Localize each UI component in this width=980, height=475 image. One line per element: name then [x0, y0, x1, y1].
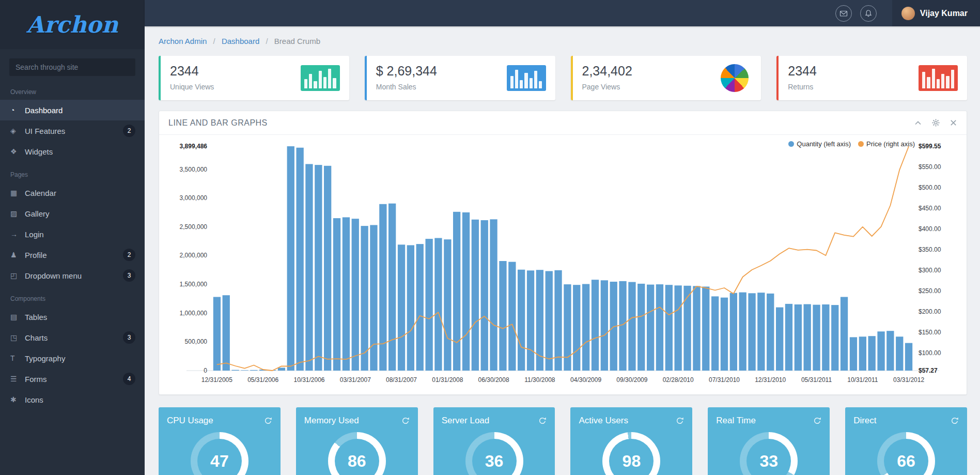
- content: Archon Admin / Dashboard / Bread Crumb 2…: [145, 26, 980, 475]
- breadcrumb-separator: /: [213, 37, 215, 45]
- svg-text:10/31/2011: 10/31/2011: [847, 376, 878, 384]
- sidebar-item-dashboard[interactable]: ◔ Dashboard: [0, 100, 145, 120]
- chart-legend: Quantity (left axis) Price (right axis): [788, 140, 915, 148]
- refresh-button[interactable]: [264, 417, 272, 425]
- sidebar-item-login[interactable]: → Login: [0, 224, 145, 244]
- legend-item-quantity[interactable]: Quantity (left axis): [788, 140, 851, 148]
- badge: 4: [123, 373, 135, 385]
- profile-icon: ♟: [10, 251, 25, 259]
- close-button[interactable]: [950, 118, 957, 127]
- dashboard-icon: ◔: [10, 106, 25, 114]
- refresh-button[interactable]: [813, 417, 821, 425]
- refresh-button[interactable]: [538, 417, 547, 425]
- svg-text:$200.00: $200.00: [919, 308, 941, 315]
- mail-button[interactable]: [835, 5, 852, 22]
- sidebar-item-label: Dropdown menu: [25, 271, 82, 280]
- sidebar-item-label: Dashboard: [25, 106, 63, 115]
- bell-icon: [864, 9, 873, 18]
- svg-text:3,899,486: 3,899,486: [180, 143, 208, 150]
- sidebar-item-dropdown-menu[interactable]: ◰ Dropdown menu 3: [0, 265, 145, 286]
- gauge-value: 33: [746, 439, 791, 475]
- sidebar-item-gallery[interactable]: ▨ Gallery: [0, 203, 145, 224]
- sidebar: Archon Overview ◔ Dashboard ◈ UI Feature…: [0, 0, 145, 475]
- svg-text:02/28/2010: 02/28/2010: [663, 376, 694, 384]
- svg-text:05/31/2006: 05/31/2006: [247, 376, 278, 384]
- svg-text:08/31/2007: 08/31/2007: [386, 376, 417, 384]
- svg-text:$300.00: $300.00: [919, 267, 941, 274]
- line-bar-graphs-panel: LINE AND BAR GRAPHS: [159, 111, 967, 395]
- pie-chart-icon: [721, 64, 749, 92]
- breadcrumb-link-archon-admin[interactable]: Archon Admin: [159, 37, 207, 45]
- svg-text:$150.00: $150.00: [919, 329, 941, 336]
- close-icon: [950, 119, 957, 127]
- gauge-value: 36: [472, 439, 517, 475]
- svg-text:0: 0: [204, 367, 207, 374]
- sidebar-item-forms[interactable]: ☰ Forms 4: [0, 369, 145, 389]
- chevron-up-icon: [914, 119, 922, 127]
- sidebar-item-charts[interactable]: ◳ Charts 3: [0, 327, 145, 348]
- collapse-button[interactable]: [914, 118, 922, 127]
- widgets-icon: ❖: [10, 147, 25, 156]
- sidebar-item-typography[interactable]: T Typography: [0, 348, 145, 369]
- typography-icon: T: [10, 354, 25, 362]
- svg-text:$599.55: $599.55: [919, 143, 941, 150]
- legend-dot-price: [858, 141, 864, 147]
- topbar: Vijay Kumar: [145, 0, 980, 26]
- refresh-button[interactable]: [951, 417, 959, 425]
- legend-dot-quantity: [788, 141, 794, 147]
- svg-text:$500.00: $500.00: [919, 184, 941, 191]
- sidebar-item-icons[interactable]: ✱ Icons: [0, 389, 145, 410]
- chart-area: Quantity (left axis) Price (right axis) …: [159, 135, 967, 394]
- legend-item-price[interactable]: Price (right axis): [858, 140, 915, 148]
- sidebar-item-label: UI Features: [25, 127, 65, 135]
- svg-text:12/31/2010: 12/31/2010: [755, 376, 786, 384]
- refresh-button[interactable]: [401, 417, 410, 425]
- settings-button[interactable]: [931, 118, 940, 127]
- widget-direct: Direct 66: [845, 407, 967, 475]
- search-input[interactable]: [9, 58, 135, 76]
- refresh-icon: [538, 417, 547, 425]
- stat-card-returns: 2344 Returns: [776, 56, 967, 100]
- gauge-value: 66: [884, 439, 928, 475]
- forms-icon: ☰: [10, 375, 25, 383]
- widget-title: Real Time: [716, 416, 756, 426]
- gauge-value: 47: [197, 439, 242, 475]
- sidebar-item-ui-features[interactable]: ◈ UI Features 2: [0, 120, 145, 141]
- mail-icon: [839, 9, 848, 18]
- brand-logo[interactable]: Archon: [26, 11, 118, 38]
- user-menu[interactable]: Vijay Kumar: [892, 0, 980, 26]
- sidebar-item-label: Typography: [25, 354, 65, 363]
- stat-card-row: 2344 Unique Views $ 2,69,344 Month Sales…: [159, 56, 967, 100]
- panel-header: LINE AND BAR GRAPHS: [159, 111, 967, 135]
- sidebar-item-label: Icons: [25, 395, 43, 404]
- gear-icon: [931, 118, 940, 127]
- svg-text:3,500,000: 3,500,000: [180, 166, 208, 173]
- gauge-donut: 36: [465, 432, 523, 475]
- sidebar-item-profile[interactable]: ♟ Profile 2: [0, 244, 145, 265]
- svg-text:1,500,000: 1,500,000: [180, 281, 208, 288]
- widget-title: Active Users: [579, 416, 628, 426]
- bar-chart-icon: [507, 65, 546, 91]
- sidebar-item-widgets[interactable]: ❖ Widgets: [0, 141, 145, 162]
- svg-text:03/31/2007: 03/31/2007: [340, 376, 371, 384]
- refresh-button[interactable]: [676, 417, 684, 425]
- sidebar-item-label: Tables: [25, 313, 47, 321]
- svg-text:$100.00: $100.00: [919, 349, 941, 357]
- svg-text:09/30/2009: 09/30/2009: [616, 376, 647, 384]
- widget-active-users: Active Users 98: [570, 407, 692, 475]
- svg-text:$400.00: $400.00: [919, 225, 941, 233]
- widget-server-load: Server Load 36: [433, 407, 555, 475]
- sidebar-item-label: Profile: [25, 251, 47, 259]
- breadcrumb-link-dashboard[interactable]: Dashboard: [222, 37, 259, 45]
- gauge-donut: 66: [877, 432, 935, 475]
- sidebar-item-tables[interactable]: ▤ Tables: [0, 307, 145, 327]
- stat-card-page-views: 2,34,402 Page Views: [571, 56, 761, 100]
- sidebar-item-calendar[interactable]: ▦ Calendar: [0, 182, 145, 203]
- refresh-icon: [813, 417, 821, 425]
- section-label-pages: Pages: [0, 162, 145, 182]
- logo-area: Archon: [0, 0, 145, 49]
- bar-chart-icon: [919, 65, 958, 91]
- notifications-button[interactable]: [860, 5, 877, 22]
- svg-text:$550.00: $550.00: [919, 163, 941, 171]
- gauge-value: 86: [335, 439, 379, 475]
